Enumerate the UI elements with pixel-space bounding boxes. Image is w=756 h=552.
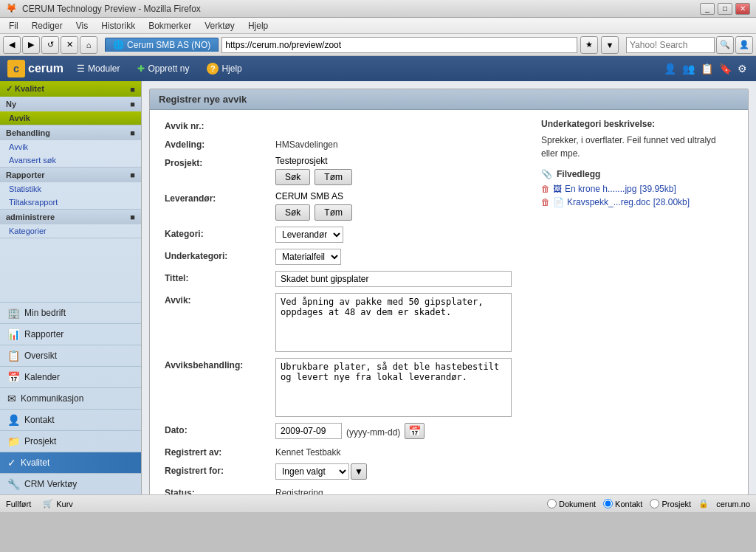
profile-button[interactable]: 👤 [735,36,753,54]
sidebar-crm[interactable]: 🔧 CRM Verktøy [0,473,141,494]
sidebar-kvalitet-header[interactable]: ✓ Kvalitet ■ [0,81,141,97]
form-row-leverandor: Leverandør: CERUM SMB AS Søk Tøm [165,191,526,221]
header-icon-3[interactable]: 📋 [699,61,715,76]
tab-icon: 🌐 [113,40,124,50]
menu-hjelp[interactable]: Hjelp [242,19,274,32]
avviksbehandling-textarea[interactable] [275,358,512,417]
calendar-button[interactable]: 📅 [405,423,425,439]
dato-input[interactable] [275,423,342,439]
sidebar-item-kategorier[interactable]: Kategorier [0,224,141,238]
sidebar-item-avvik-ny[interactable]: Avvik [0,111,141,125]
sidebar-kvalitet-bottom[interactable]: ✓ Kvalitet [0,452,141,473]
form-row-underkategori: Underkategori: Materialfeil [165,249,526,265]
sidebar-rapporter-bottom[interactable]: 📊 Rapporter [0,323,141,345]
delete-icon-1[interactable]: 🗑 [541,184,550,194]
browser-title: CERUM Technology Preview - Mozilla Firef… [22,4,700,14]
form-row-avvik-nr: Avvik nr.: [165,119,526,131]
maximize-button[interactable]: □ [718,3,732,15]
menu-bokmerker[interactable]: Bokmerker [142,19,197,32]
home-button[interactable]: ⌂ [80,36,97,54]
radio-dokument[interactable]: Dokument [547,499,596,508]
avviksbehandling-label: Avviksbehandling: [165,358,275,370]
forward-button[interactable]: ▶ [22,36,40,54]
form-row-avvik: Avvik: [165,293,526,352]
menu-fil[interactable]: Fil [3,19,24,32]
sidebar-admin-header[interactable]: administrere ■ [0,210,141,224]
prosjekt-value: Testeprosjekt [275,156,352,166]
sidebar-section-rapporter: Rapporter ■ Statistikk Tiltaksrapport [0,168,141,210]
header-icon-1[interactable]: 👤 [662,61,678,76]
nav-hjelp[interactable]: ? Hjelp [202,61,246,76]
leverandor-toem-button[interactable]: Tøm [315,204,352,221]
search-input[interactable] [626,37,715,53]
radio-kontakt[interactable]: Kontakt [603,499,642,508]
menu-rediger[interactable]: Rediger [26,19,69,32]
search-button[interactable]: 🔍 [716,36,734,54]
sidebar-prosjekt[interactable]: 📁 Prosjekt [0,430,141,452]
sidebar-kalender[interactable]: 📅 Kalender [0,366,141,387]
sidebar-oversikt[interactable]: 📋 Oversikt [0,345,141,366]
sidebar-behandling-header[interactable]: Behandling ■ [0,125,141,140]
sidebar-item-statistikk[interactable]: Statistikk [0,182,141,196]
content-panel: Registrer nye avvik Avvik nr.: Avdeling: [149,89,749,494]
sidebar-ny-header[interactable]: Ny ■ [0,97,141,111]
reload-button[interactable]: ↺ [41,36,59,54]
attachment-1[interactable]: 🗑 🖼 En krone h.......jpg [39.95kb] [541,184,733,194]
sidebar-item-avansert-sok[interactable]: Avansert søk [0,153,141,167]
oversikt-icon: 📋 [7,350,20,362]
sidebar-item-tiltaksrapport[interactable]: Tiltaksrapport [0,196,141,209]
sidebar-kommunikasjon[interactable]: ✉ Kommunikasjon [0,387,141,409]
header-icon-5[interactable]: ⚙ [736,61,749,76]
sidebar-collapse-icon: ■ [130,85,135,94]
min-bedrift-label: Min bedrift [24,308,66,318]
underkategori-select[interactable]: Materialfeil [275,249,341,265]
browser-tab[interactable]: 🌐 Cerum SMB AS (NO) [105,38,219,52]
sidebar-min-bedrift[interactable]: 🏢 Min bedrift [0,302,141,323]
bookmark-star[interactable]: ★ [580,36,598,54]
radio-dokument-input[interactable] [547,499,557,508]
dato-group: (yyyy-mm-dd) 📅 [275,423,425,439]
sidebar-item-avvik-behandling[interactable]: Avvik [0,140,141,153]
opprett-ny-label: Opprett ny [148,63,189,74]
nav-moduler[interactable]: ☰ Moduler [72,62,124,75]
radio-prosjekt-input[interactable] [650,499,659,508]
kvalitet-icon: ✓ [7,457,16,469]
leverandor-soek-button[interactable]: Søk [275,204,310,221]
prosjekt-soek-button[interactable]: Søk [275,169,310,185]
radio-prosjekt[interactable]: Prosjekt [650,499,691,508]
rapporter-bottom-label: Rapporter [24,329,63,339]
menu-vis[interactable]: Vis [70,19,94,32]
delete-icon-2[interactable]: 🗑 [541,197,550,207]
attachment-2[interactable]: 🗑 📄 Kravspekk_...reg.doc [28.00kb] [541,197,733,207]
menu-historikk[interactable]: Historikk [95,19,141,32]
avvik-textarea[interactable] [275,293,512,352]
header-icon-4[interactable]: 🔖 [718,61,733,76]
radio-kontakt-input[interactable] [603,499,613,508]
registrert-for-select[interactable]: Ingen valgt [275,463,349,480]
sidebar-kontakt[interactable]: 👤 Kontakt [0,409,141,430]
sidebar-rapporter-header[interactable]: Rapporter ■ [0,168,141,182]
logo-icon: c [7,60,25,77]
bookmark-down[interactable]: ▼ [601,36,619,54]
close-button[interactable]: ✕ [735,3,750,15]
plus-icon: ✚ [137,63,145,74]
stop-button[interactable]: ✕ [61,36,78,54]
back-button[interactable]: ◀ [3,36,21,54]
dato-format: (yyyy-mm-dd) [346,425,400,438]
menu-verktoy[interactable]: Verktøy [199,19,241,32]
prosjekt-toem-button[interactable]: Tøm [315,169,352,185]
filvedlegg-title: 📎 Filvedlegg [541,169,733,179]
tittel-input[interactable] [275,271,512,287]
sidebar-behandling-icon: ■ [130,128,135,137]
address-input[interactable] [221,37,577,53]
registrert-for-dropdown-button[interactable]: ▼ [351,463,367,480]
radio-kontakt-label: Kontakt [615,500,642,508]
form-row-avviksbehandling: Avviksbehandling: [165,358,526,417]
avvik-nr-label: Avvik nr.: [165,119,275,131]
attachments-section: 📎 Filvedlegg 🗑 🖼 En krone h.......jpg [3… [541,169,733,207]
nav-opprett-ny[interactable]: ✚ Opprett ny [133,62,193,75]
sidebar-kategorier-label: Kategorier [9,227,47,235]
kategori-select[interactable]: Leverandør [275,227,343,243]
minimize-button[interactable]: _ [700,3,715,15]
header-icon-2[interactable]: 👥 [681,61,696,76]
